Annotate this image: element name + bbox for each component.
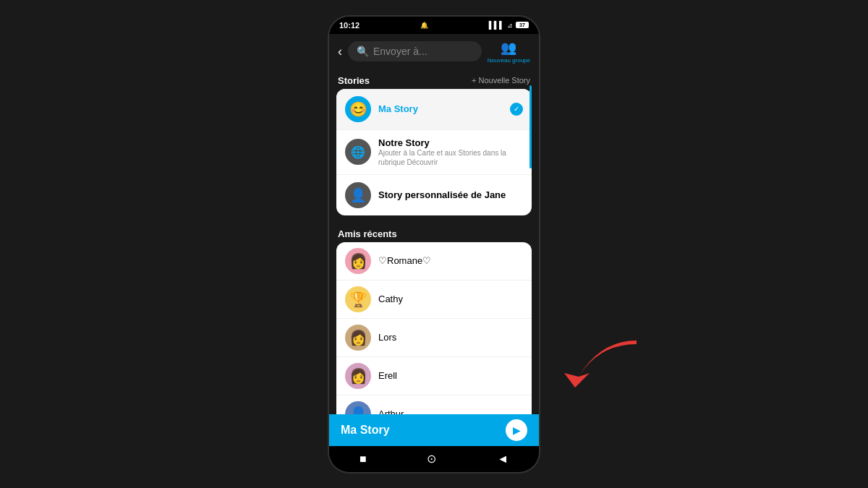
friend-item-romane[interactable]: 👩 ♡Romane♡ [336,242,532,281]
lors-name: Lors [378,332,396,343]
ma-story-name: Ma Story [378,103,503,114]
blue-scroll-indicator [529,85,532,168]
nav-bar: ■ ⊙ ◄ [329,446,539,472]
friends-section-header: Amis récents [329,223,539,242]
friend-item-cathy[interactable]: 🏆 Cathy [336,281,532,319]
nav-home-icon[interactable]: ⊙ [427,452,436,466]
friend-item-lors[interactable]: 👩 Lors [336,319,532,357]
stories-card: 😊 Ma Story ✓ 🌐 Notre Story Ajouter à la … [336,89,532,215]
phone-frame: 10:12 🔔 ▌▌▌ ⊿ 37 ‹ 🔍 Envoyer à... 👥 Nouv… [329,17,539,472]
search-icon: 🔍 [357,46,369,57]
signal-icon: ▌▌▌ [489,21,504,29]
ma-story-checkmark: ✓ [510,103,523,116]
search-bar: ‹ 🔍 Envoyer à... 👥 Nouveau groupe [329,34,539,69]
search-input-area[interactable]: 🔍 Envoyer à... [348,41,482,61]
ma-story-avatar: 😊 [345,96,371,122]
story-item-notre-story[interactable]: 🌐 Notre Story Ajouter à la Carte et aux … [336,130,532,175]
stories-title: Stories [338,75,370,86]
status-bar: 10:12 🔔 ▌▌▌ ⊿ 37 [329,17,539,34]
custom-story-icon: 👤 [350,187,366,203]
friend-item-erell[interactable]: 👩 Erell [336,357,532,395]
story-item-ma-story[interactable]: 😊 Ma Story ✓ [336,89,532,130]
status-time: 10:12 [339,21,359,30]
bottom-send-bar[interactable]: Ma Story ▶ [329,414,539,446]
new-group-button[interactable]: 👥 Nouveau groupe [488,40,530,64]
bottom-bar-label: Ma Story [341,424,390,437]
back-button[interactable]: ‹ [338,44,342,59]
new-group-icon: 👥 [501,40,516,56]
erell-name: Erell [378,370,397,381]
new-story-button[interactable]: + Nouvelle Story [472,76,530,85]
search-placeholder: Envoyer à... [373,46,427,57]
main-content: Stories + Nouvelle Story 😊 Ma Story ✓ [329,69,539,418]
friends-card: 👩 ♡Romane♡ 🏆 Cathy 👩 Lors [336,242,532,418]
battery-icon: 37 [516,22,529,28]
cathy-avatar: 🏆 [345,286,371,312]
status-icons: ▌▌▌ ⊿ 37 [489,21,529,29]
stories-section-header: Stories + Nouvelle Story [329,69,539,89]
notre-story-name: Notre Story [378,137,523,148]
notre-story-avatar: 🌐 [345,139,371,165]
custom-story-avatar: 👤 [345,182,371,208]
story-item-custom[interactable]: 👤 Story personnalisée de Jane [336,175,532,215]
notre-story-sub: Ajouter à la Carte et aux Stories dans l… [378,148,523,167]
romane-avatar: 👩 [345,248,371,274]
nav-back-icon[interactable]: ◄ [497,453,509,466]
red-arrow-svg [557,333,644,391]
send-icon: ▶ [513,424,521,436]
notre-story-icon: 🌐 [351,145,365,159]
custom-story-name: Story personnalisée de Jane [378,189,523,200]
red-arrow-container [557,333,644,394]
new-group-label: Nouveau groupe [488,57,530,64]
nav-square-icon[interactable]: ■ [359,453,367,466]
status-alarm-icon: 🔔 [420,22,428,29]
lors-avatar: 👩 [345,325,371,351]
ma-story-avatar-emoji: 😊 [349,100,367,118]
send-button[interactable]: ▶ [506,419,527,441]
cathy-name: Cathy [378,294,403,304]
wifi-icon: ⊿ [507,22,513,29]
friends-title: Amis récents [338,228,397,239]
romane-name: ♡Romane♡ [378,255,431,266]
custom-story-text: Story personnalisée de Jane [378,189,523,200]
erell-avatar: 👩 [345,363,371,389]
notre-story-text: Notre Story Ajouter à la Carte et aux St… [378,137,523,167]
ma-story-text: Ma Story [378,103,503,114]
